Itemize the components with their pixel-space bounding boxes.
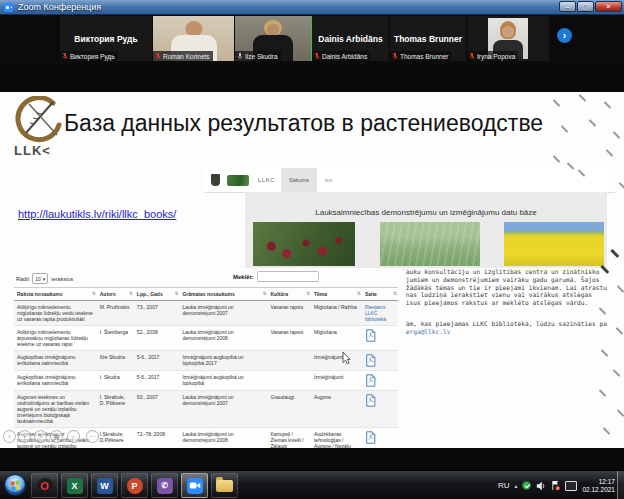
decorative-dash xyxy=(606,149,614,157)
mouse-cursor xyxy=(342,351,351,369)
clock[interactable]: 12:17 02.12.2021 xyxy=(582,478,615,493)
participant-label: Iryna Popova xyxy=(467,51,518,61)
desktop-screen: Zoom Конференция – ▢ ✕ Виктория РудьВикт… xyxy=(0,0,624,499)
next-slide-button[interactable]: › xyxy=(18,430,31,443)
cell-tema: Augsne xyxy=(311,391,362,428)
column-header[interactable]: Raksta nosaukums⇅ xyxy=(14,288,97,301)
llkc-green-logo-icon xyxy=(227,175,249,186)
table-row: Augkopības izmēģinājumu ierīkošana saimn… xyxy=(14,371,398,391)
taskbar-word[interactable]: W xyxy=(91,473,118,498)
participant-tile-3[interactable]: Ilze Skudra xyxy=(235,16,312,61)
side-text-line: berga@llkc.lv xyxy=(402,328,622,336)
participant-label: Виктория Рудь xyxy=(60,51,118,61)
pdf-icon[interactable] xyxy=(365,329,395,342)
cell-saite[interactable] xyxy=(362,391,398,428)
mic-icon xyxy=(237,52,243,60)
participant-tile-1[interactable]: Виктория РудьВиктория Рудь xyxy=(60,16,153,61)
cell-saite[interactable]: Pieejams LLKC bibliotēkā xyxy=(362,301,398,326)
sort-icon: ⇅ xyxy=(129,291,133,296)
taskbar-opera[interactable]: O xyxy=(31,473,58,498)
participant-tile-6[interactable]: Iryna Popova xyxy=(467,16,550,61)
all-slides-button[interactable]: ▦ xyxy=(50,430,63,443)
windows-flag-icon xyxy=(10,480,20,490)
cell-lpp: 72.-78.,2008 xyxy=(134,428,180,449)
pdf-icon[interactable] xyxy=(365,394,395,407)
table-row: Augsnes ietekmes un nodrošinājums ar bar… xyxy=(14,391,398,428)
system-tray: RU ▴ 12:17 02.12.2021 xyxy=(498,471,615,499)
next-participants-button[interactable]: › xyxy=(557,28,572,43)
antivirus-icon[interactable] xyxy=(522,481,531,490)
taskbar: O X W P ✆ RU ▴ xyxy=(0,470,624,499)
more-options-button[interactable]: ⋯ xyxy=(86,430,99,443)
decorative-dash xyxy=(599,389,607,397)
taskbar-file-explorer[interactable] xyxy=(211,473,238,498)
participant-tile-4[interactable]: Dainis ArbidānsDainis Arbidāns xyxy=(312,16,390,61)
cell-tema: Izmēģinājumi xyxy=(311,351,362,371)
nav-tab-1[interactable]: Sākums xyxy=(281,168,317,192)
time: 12:17 xyxy=(582,478,615,486)
zoom-slide-button[interactable]: ⌕ xyxy=(67,430,80,443)
cell-autors: M. Pružinskis xyxy=(97,301,134,326)
cell-saite[interactable] xyxy=(362,371,398,391)
muted-mic-icon xyxy=(469,52,475,60)
website-hero: Lauksaimniecības demonstrējumu un izmēģi… xyxy=(245,192,607,268)
cell-tema: Audzēšanas tehnoloģijas / Augsne / Nezāļ… xyxy=(311,428,362,449)
window-titlebar[interactable]: Zoom Конференция – ▢ ✕ xyxy=(0,0,624,15)
cell-saite[interactable] xyxy=(362,428,398,449)
email-link[interactable]: berga@llkc.lv xyxy=(402,328,450,335)
participant-tile-2[interactable]: Roman Korinets xyxy=(153,16,235,61)
column-header[interactable]: Saite⇅ xyxy=(362,288,398,301)
pdf-icon[interactable] xyxy=(365,374,395,387)
cell-tema: Izmēģinājumi xyxy=(311,371,362,391)
page-length-select[interactable]: 10 ▾ xyxy=(32,273,48,284)
pen-tool-button[interactable]: ✎ xyxy=(34,430,47,443)
maximize-button[interactable]: ▢ xyxy=(577,1,594,12)
cell-gramata: Lauka izmēģinājumi un demonstrējumi 2008 xyxy=(179,326,267,351)
llkc-logo: LLK< xyxy=(12,96,70,164)
participant-label: Roman Korinets xyxy=(153,51,213,61)
speaker-icon[interactable] xyxy=(536,477,546,495)
cell-saite[interactable] xyxy=(362,351,398,371)
nav-tab-2[interactable]: ievi xyxy=(317,168,341,192)
pdf-icon[interactable] xyxy=(365,431,395,444)
language-indicator[interactable]: RU xyxy=(498,481,510,490)
side-text-line: anas lodziņā ierakstiet vienu vai vairāk… xyxy=(402,291,622,299)
network-icon[interactable] xyxy=(565,481,577,491)
participant-label-text: Dainis Arbidāns xyxy=(322,53,367,60)
wheat-field-photo xyxy=(380,222,480,266)
column-header[interactable]: Kultūra⇅ xyxy=(268,288,311,301)
decorative-dash xyxy=(619,182,624,190)
participant-label: Thomas Brunner xyxy=(390,51,451,61)
column-header[interactable]: Grāmatas nosaukums⇅ xyxy=(179,288,267,301)
close-button[interactable]: ✕ xyxy=(595,1,622,12)
pdf-icon[interactable] xyxy=(365,354,395,367)
column-header[interactable]: Tēma⇅ xyxy=(311,288,362,301)
slide-title: База данных результатов в растениеводств… xyxy=(64,110,612,137)
llkc-logo-icon xyxy=(12,96,66,146)
hidden-icons-arrow[interactable]: ▴ xyxy=(514,482,517,489)
hero-images xyxy=(245,222,607,266)
minimize-button[interactable]: – xyxy=(559,1,576,12)
decorative-dash xyxy=(611,249,620,258)
table-row: Atšķirīgu mikroelementu miglošanas līdze… xyxy=(14,301,398,326)
column-header[interactable]: Lpp., Gads⇅ xyxy=(134,288,180,301)
library-link[interactable]: Pieejams LLKC bibliotēkā xyxy=(365,304,386,322)
taskbar-excel[interactable]: X xyxy=(61,473,88,498)
taskbar-powerpoint[interactable]: P xyxy=(121,473,148,498)
taskbar-viber[interactable]: ✆ xyxy=(151,473,178,498)
participant-label-text: Thomas Brunner xyxy=(400,53,448,60)
column-header[interactable]: Autors⇅ xyxy=(97,288,134,301)
cell-saite[interactable] xyxy=(362,326,398,351)
length-suffix: ierakstus xyxy=(51,276,73,282)
prev-slide-button[interactable]: ‹ xyxy=(3,430,16,443)
search-input[interactable] xyxy=(257,271,319,282)
word-icon: W xyxy=(97,478,113,494)
start-button[interactable] xyxy=(4,474,26,496)
taskbar-zoom[interactable] xyxy=(181,473,208,498)
action-center-flag-icon[interactable] xyxy=(551,477,560,495)
website-nav-tabs: Sākumsievi xyxy=(281,168,340,192)
participant-tile-5[interactable]: Thomas BrunnerThomas Brunner xyxy=(390,16,467,61)
database-link[interactable]: http://laukutikls.lv/riki/llkc_books/ xyxy=(18,208,176,220)
participant-label: Ilze Skudra xyxy=(235,51,281,61)
show-desktop-button[interactable] xyxy=(617,471,624,499)
